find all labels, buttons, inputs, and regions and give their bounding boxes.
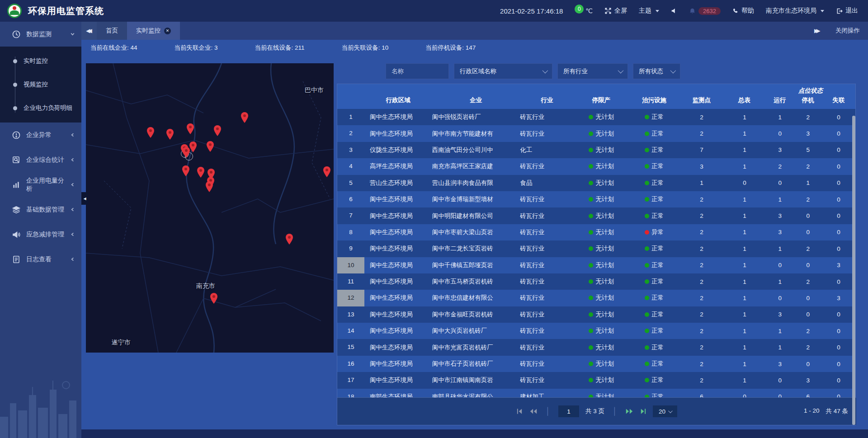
tab-close-icon[interactable]: ✕ — [164, 28, 171, 34]
stopped-count-cell: 2 — [794, 278, 822, 285]
status-dot-green — [589, 148, 593, 152]
running-count-cell: 1 — [766, 196, 794, 203]
map-city-label: 巴中市 — [305, 86, 324, 94]
industry-select[interactable]: 所有行业 — [557, 63, 628, 79]
sidebar-item-0[interactable]: 数据监测 — [0, 22, 81, 47]
sidebar-item-6[interactable]: 日志查看 — [0, 247, 81, 272]
table-row[interactable]: 9阆中生态环境局阆中市二龙长宝页岩砖砖瓦行业无计划正常21120 — [337, 240, 855, 257]
stats-icon — [12, 155, 21, 165]
table-row[interactable]: 5营山生态环境局营山县润丰肉食品有限食品无计划正常10010 — [337, 175, 855, 191]
sidebar-item-1[interactable]: 企业异常 — [0, 122, 81, 147]
logout-button[interactable]: 退出 — [836, 7, 858, 15]
stopped-count-cell: 0 — [794, 229, 822, 235]
limit-status-cell: 无计划 — [574, 311, 628, 319]
status-select[interactable]: 所有状态 — [633, 63, 680, 79]
chevron-down-icon — [670, 68, 676, 74]
map-pin-icon[interactable] — [196, 166, 205, 178]
org-menu[interactable]: 南充市生态环境局 — [766, 7, 824, 15]
fullscreen-button[interactable]: 全屏 — [604, 7, 627, 15]
sidebar-item-5[interactable]: 应急减排管理 — [0, 222, 81, 247]
company-cell: 阆中千佛镇五郎垭页岩 — [432, 261, 520, 269]
table-row[interactable]: 4高坪生态环境局南充市高坪区王家店建砖瓦行业无计划正常31220 — [337, 158, 855, 174]
industry-cell: 砖瓦行业 — [520, 278, 574, 286]
map-pin-icon[interactable] — [206, 141, 215, 152]
limit-status-cell: 无计划 — [574, 130, 628, 138]
region-select[interactable]: 行政区域名称 — [454, 63, 552, 79]
next-page-button[interactable] — [625, 408, 633, 414]
industry-cell: 砖瓦行业 — [520, 195, 574, 203]
sidebar-item-4[interactable]: 基础数据管理 — [0, 197, 81, 222]
row-index-cell: 10 — [337, 257, 364, 273]
sidebar-subitem-1[interactable]: 视频监控 — [0, 73, 81, 96]
row-index-cell: 11 — [337, 273, 364, 290]
sidebar-item-label: 企业综合统计 — [26, 156, 70, 164]
table-row[interactable]: 14阆中生态环境局阆中大兴页岩机砖厂砖瓦行业无计划正常21120 — [337, 323, 855, 339]
table-row[interactable]: 10阆中生态环境局阆中千佛镇五郎垭页岩砖瓦行业无计划正常21003 — [337, 257, 855, 273]
table-row[interactable]: 16阆中生态环境局阆中市石子页岩机砖厂砖瓦行业无计划正常21300 — [337, 356, 855, 372]
offline-count-cell: 0 — [822, 114, 855, 121]
tab-realtime-monitor[interactable]: 实时监控 ✕ — [127, 22, 180, 40]
record-range-summary: 1 - 20 共 47 条 — [804, 407, 848, 415]
page-number-input[interactable] — [558, 405, 579, 417]
region-cell: 阆中生态环境局 — [364, 376, 432, 384]
sidebar-subitem-2[interactable]: 企业电力负荷明细 — [0, 96, 81, 120]
prev-page-button[interactable] — [529, 408, 538, 414]
table-row[interactable]: 3仪陇生态环境局西南油气田分公司川中化工无计划正常71350 — [337, 142, 855, 158]
close-operations-button[interactable]: 关闭操作 — [835, 27, 860, 35]
last-page-button[interactable] — [640, 408, 646, 414]
map-pin-icon[interactable] — [181, 165, 190, 177]
theme-menu[interactable]: 主题 — [639, 7, 659, 15]
notification-count-badge: 2632 — [698, 7, 721, 15]
map-panel[interactable]: 巴中市南充市遂宁市 — [86, 63, 334, 353]
sidebar-item-2[interactable]: 企业综合统计 — [0, 147, 81, 172]
status-dot-green — [589, 312, 593, 317]
map-pin-icon[interactable] — [213, 125, 222, 137]
column-header: 总表 — [723, 84, 766, 109]
map-pin-icon[interactable] — [165, 128, 175, 140]
map-pin-icon[interactable] — [209, 292, 218, 304]
map-pin-icon[interactable] — [240, 112, 249, 123]
table-row[interactable]: 2阆中生态环境局阆中市南方节能建材有砖瓦行业无计划正常21030 — [337, 125, 855, 141]
panel-collapse-button[interactable]: ◀ — [81, 192, 88, 205]
map-pin-icon[interactable] — [322, 166, 331, 178]
first-page-button[interactable] — [516, 408, 523, 414]
company-cell: 阆中市二龙长宝页岩砖 — [432, 245, 520, 253]
table-row[interactable]: 6阆中生态环境局阆中市金博瑞新型墙材砖瓦行业无计划正常21120 — [337, 191, 855, 207]
name-search-input[interactable] — [386, 63, 449, 79]
row-index-cell: 3 — [337, 142, 364, 158]
tabs-scroll-right-button[interactable]: ◀◀ — [814, 28, 820, 34]
tab-home[interactable]: 首页 — [97, 22, 127, 40]
table-header-index — [337, 84, 364, 109]
map-pin-icon[interactable] — [182, 146, 191, 158]
table-row[interactable]: 13阆中生态环境局阆中市金福旺页岩机砖砖瓦行业无计划正常21300 — [337, 306, 855, 323]
region-cell: 阆中生态环境局 — [364, 311, 432, 319]
sidebar-subitem-0[interactable]: 实时监控 — [0, 49, 81, 73]
notifications[interactable]: 2632 — [689, 7, 721, 15]
last-page-icon — [640, 408, 646, 414]
row-index-cell: 2 — [337, 125, 364, 141]
sidebar-item-3[interactable]: 企业用电量分析 — [0, 172, 81, 197]
megaphone-icon — [12, 230, 21, 239]
map-pin-icon[interactable] — [146, 127, 155, 138]
row-index-cell: 18 — [337, 389, 364, 398]
table-scrollbar[interactable] — [852, 116, 855, 425]
help-button[interactable]: 帮助 — [732, 7, 754, 15]
map-pin-icon[interactable] — [205, 181, 214, 193]
monitor-count-cell: 2 — [680, 377, 723, 384]
table-row[interactable]: 11阆中生态环境局阆中市五马桥页岩机砖砖瓦行业无计划正常21120 — [337, 273, 855, 290]
table-row[interactable]: 8阆中生态环境局阆中市枣碧大梁山页岩砖瓦行业无计划异常21300 — [337, 224, 855, 240]
map-pin-icon[interactable] — [186, 123, 195, 135]
mute-button[interactable] — [671, 8, 677, 14]
tabs-scroll-left-button[interactable]: ◀◀ — [81, 22, 97, 40]
map-pin-icon[interactable] — [285, 233, 294, 245]
company-cell: 阆中市南方节能建材有 — [432, 130, 520, 138]
table-row[interactable]: 18南部生态环境局南部县砯华水泥有限公建材加工无计划正常60060 — [337, 389, 855, 398]
table-row[interactable]: 12阆中生态环境局阆中市忠信建材有限公砖瓦行业无计划正常21003 — [337, 290, 855, 306]
table-row[interactable]: 1阆中生态环境局阆中强锐页岩砖厂砖瓦行业无计划正常21120 — [337, 109, 855, 125]
page-size-select[interactable]: 20 — [653, 405, 677, 417]
table-row[interactable]: 17阆中生态环境局阆中市江南镇阆南页岩砖瓦行业无计划正常21030 — [337, 372, 855, 388]
table-row[interactable]: 15阆中生态环境局阆中市光富页岩机砖厂砖瓦行业无计划正常21120 — [337, 339, 855, 355]
record-range: 1 - 20 — [804, 407, 820, 415]
prev-page-icon — [529, 408, 538, 414]
table-row[interactable]: 7阆中生态环境局阆中明阳建材有限公司砖瓦行业无计划正常21300 — [337, 207, 855, 224]
